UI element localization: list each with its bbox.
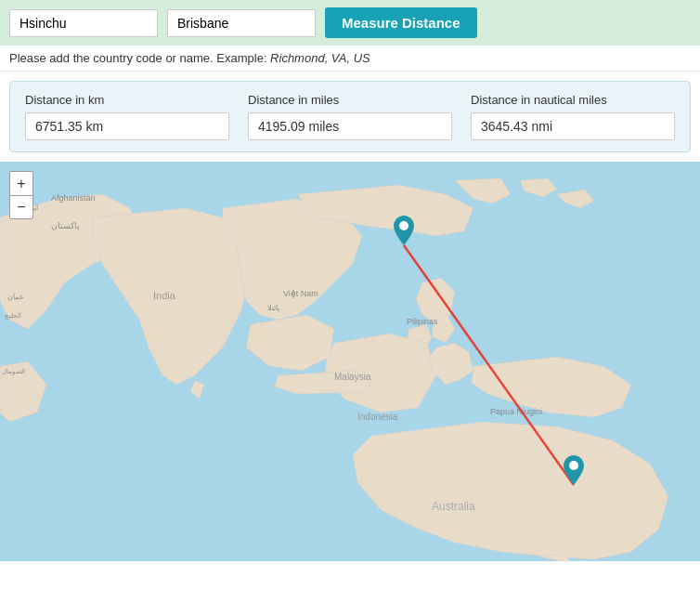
pin-hsinchu: [394, 216, 414, 245]
svg-text:ٻائنلا: ٻائنلا: [267, 304, 279, 312]
svg-text:Việt Nam: Việt Nam: [283, 289, 318, 298]
km-col: Distance in km 6751.35 km: [25, 93, 229, 140]
miles-label: Distance in miles: [248, 93, 452, 107]
city2-input[interactable]: [167, 9, 316, 37]
nmi-value: 3645.43 nmi: [471, 112, 675, 140]
results-box: Distance in km 6751.35 km Distance in mi…: [9, 81, 691, 152]
miles-col: Distance in miles 4195.09 miles: [248, 93, 452, 140]
svg-text:Papua Niugini: Papua Niugini: [490, 407, 542, 416]
miles-value: 4195.09 miles: [248, 112, 452, 140]
svg-text:Malaysia: Malaysia: [334, 372, 371, 382]
svg-text:Afghanistan: Afghanistan: [51, 193, 96, 203]
svg-text:عمان: عمان: [7, 293, 24, 301]
notice-bar: Please add the country code or name. Exa…: [0, 46, 700, 72]
notice-example: Richmond, VA, US: [270, 51, 370, 65]
svg-text:الصومال: الصومال: [2, 368, 25, 375]
zoom-out-button[interactable]: −: [9, 195, 33, 219]
measure-distance-button[interactable]: Measure Distance: [325, 7, 477, 38]
km-label: Distance in km: [25, 93, 229, 107]
km-value: 6751.35 km: [25, 112, 229, 140]
notice-text: Please add the country code or name. Exa…: [9, 51, 270, 65]
zoom-controls: + −: [9, 171, 33, 219]
nmi-label: Distance in nautical miles: [471, 93, 675, 107]
pin-brisbane: [564, 455, 584, 485]
zoom-in-button[interactable]: +: [9, 171, 33, 195]
svg-text:Indonesia: Indonesia: [357, 412, 398, 422]
city1-input[interactable]: [9, 9, 158, 37]
svg-point-17: [569, 461, 578, 470]
svg-text:Australia: Australia: [432, 500, 475, 513]
map-svg: Afghanistan پاکستان ایران عمان الخليج ال…: [0, 162, 700, 561]
svg-text:الخليج: الخليج: [5, 312, 21, 320]
svg-text:Pilipinas: Pilipinas: [407, 317, 438, 326]
svg-point-16: [399, 221, 408, 230]
svg-text:پاکستان: پاکستان: [51, 221, 80, 231]
header-bar: Measure Distance: [0, 0, 700, 46]
nmi-col: Distance in nautical miles 3645.43 nmi: [471, 93, 675, 140]
results-row: Distance in km 6751.35 km Distance in mi…: [25, 93, 675, 140]
map-container[interactable]: Afghanistan پاکستان ایران عمان الخليج ال…: [0, 162, 700, 561]
svg-text:India: India: [153, 290, 176, 301]
